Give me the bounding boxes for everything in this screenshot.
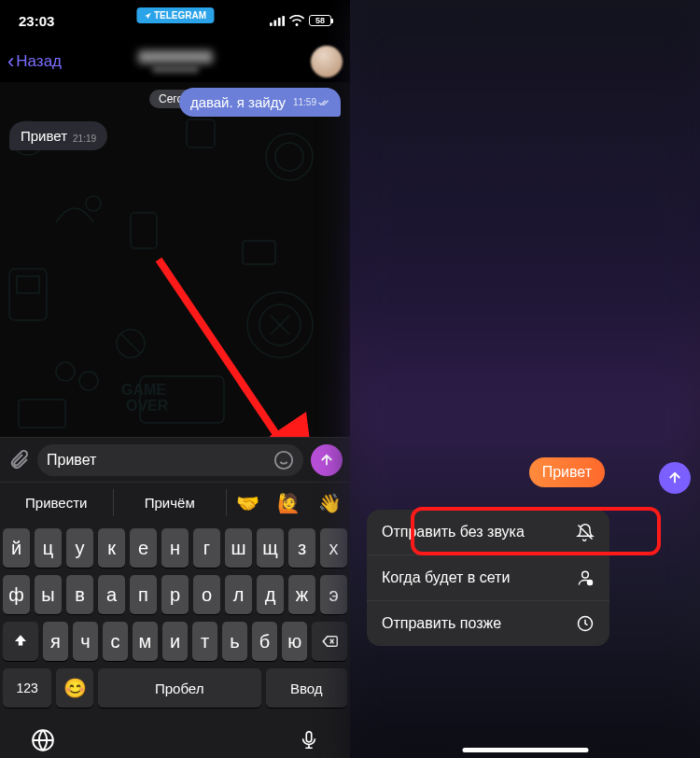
key-л[interactable]: л [225, 575, 252, 614]
svg-rect-13 [19, 400, 65, 428]
key-emoji[interactable]: 😊 [56, 668, 92, 708]
key-numbers[interactable]: 123 [3, 668, 51, 708]
key-п[interactable]: п [130, 575, 157, 614]
svg-rect-3 [282, 16, 285, 26]
key-ы[interactable]: ы [35, 575, 62, 614]
left-screenshot: 23:03 TELEGRAM 58 ‹ Назад [0, 0, 350, 758]
key-ь[interactable]: ь [222, 622, 247, 661]
svg-rect-2 [278, 17, 281, 25]
user-online-icon [576, 568, 595, 587]
key-shift[interactable] [3, 622, 38, 661]
svg-rect-26 [306, 732, 312, 742]
menu-send-later[interactable]: Отправить позже [367, 601, 609, 646]
key-д[interactable]: д [257, 575, 284, 614]
nav-bar: ‹ Назад [0, 41, 350, 82]
svg-point-6 [266, 133, 313, 180]
status-bar: 23:03 TELEGRAM 58 [0, 0, 350, 41]
menu-when-online[interactable]: Когда будет в сети [367, 555, 609, 601]
svg-point-27 [582, 571, 589, 578]
svg-point-19 [79, 372, 98, 390]
back-button[interactable]: ‹ Назад [7, 49, 62, 74]
suggestion-emoji-3[interactable]: 👋 [309, 492, 350, 514]
svg-rect-11 [17, 276, 39, 293]
key-с[interactable]: с [103, 622, 128, 661]
key-з[interactable]: з [288, 528, 315, 568]
svg-point-15 [86, 196, 101, 211]
keyboard: йцукенгшщзх фывапролджэ ячсмитьбю 123 😊 … [0, 523, 350, 758]
read-checks-icon [318, 99, 329, 106]
battery-icon: 58 [309, 15, 331, 26]
svg-text:GAME: GAME [121, 382, 166, 398]
bell-off-icon [576, 523, 595, 541]
chat-area[interactable]: PRESS GAME OVER Сегодня давай. я зайду 1… [0, 82, 350, 437]
key-щ[interactable]: щ [257, 528, 284, 568]
svg-text:OVER: OVER [126, 398, 169, 414]
pending-message[interactable]: Привет [529, 457, 605, 487]
status-time: 23:03 [19, 13, 54, 29]
key-в[interactable]: в [66, 575, 93, 614]
status-center-badge: TELEGRAM [136, 7, 214, 23]
right-screenshot: Привет Отправить без звука Когда будет в… [350, 0, 700, 758]
key-ю[interactable]: ю [282, 622, 307, 661]
svg-rect-0 [270, 22, 273, 26]
svg-point-7 [275, 143, 303, 171]
key-и[interactable]: и [162, 622, 188, 661]
key-к[interactable]: к [98, 528, 125, 568]
key-н[interactable]: н [161, 528, 189, 568]
suggestion-2[interactable]: Причём [114, 489, 228, 516]
key-е[interactable]: е [130, 528, 157, 568]
send-button[interactable] [659, 462, 691, 494]
key-я[interactable]: я [43, 622, 68, 661]
send-button[interactable] [311, 444, 343, 476]
key-г[interactable]: г [193, 528, 220, 568]
key-х[interactable]: х [320, 528, 347, 568]
svg-rect-12 [131, 213, 157, 248]
key-ш[interactable]: ш [225, 528, 252, 568]
svg-point-18 [56, 362, 75, 381]
clock-icon [576, 614, 595, 633]
key-т[interactable]: т [192, 622, 217, 661]
emoji-icon[interactable] [273, 450, 294, 470]
message-outgoing[interactable]: давай. я зайду 11:59 [179, 88, 341, 117]
key-у[interactable]: у [66, 528, 93, 568]
context-menu: Отправить без звука Когда будет в сети О… [367, 510, 609, 646]
suggestion-emoji-1[interactable]: 🤝 [227, 492, 268, 514]
key-э[interactable]: э [320, 575, 347, 614]
svg-rect-17 [243, 241, 275, 264]
message-incoming[interactable]: Привет 21:19 [9, 121, 107, 150]
key-й[interactable]: й [3, 528, 30, 568]
key-б[interactable]: б [252, 622, 277, 661]
wifi-icon [289, 15, 304, 26]
key-а[interactable]: а [98, 575, 125, 614]
svg-point-24 [275, 451, 292, 468]
svg-rect-5 [187, 119, 215, 147]
svg-point-28 [588, 581, 593, 585]
key-о[interactable]: о [193, 575, 220, 614]
key-ч[interactable]: ч [73, 622, 98, 661]
suggestion-1[interactable]: Привести [0, 489, 114, 516]
attach-icon[interactable] [7, 449, 30, 471]
mic-icon[interactable] [299, 728, 319, 752]
chevron-left-icon: ‹ [7, 49, 14, 74]
suggestion-emoji-2[interactable]: 🙋 [268, 492, 309, 514]
message-input[interactable]: Привет [37, 444, 303, 476]
key-backspace[interactable] [312, 622, 347, 661]
menu-send-silently[interactable]: Отправить без звука [367, 510, 609, 555]
chat-title[interactable] [138, 50, 213, 73]
key-р[interactable]: р [161, 575, 189, 614]
signal-icon [270, 16, 285, 26]
globe-icon[interactable] [31, 728, 55, 752]
suggestion-bar: Привести Причём 🤝 🙋 👋 [0, 482, 350, 523]
message-input-bar: Привет [0, 437, 350, 482]
key-ц[interactable]: ц [35, 528, 62, 568]
key-space[interactable]: Пробел [98, 668, 261, 708]
key-м[interactable]: м [133, 622, 158, 661]
key-ф[interactable]: ф [3, 575, 30, 614]
key-ж[interactable]: ж [288, 575, 315, 614]
avatar[interactable] [311, 46, 343, 77]
svg-rect-1 [273, 20, 276, 25]
key-return[interactable]: Ввод [266, 668, 347, 708]
